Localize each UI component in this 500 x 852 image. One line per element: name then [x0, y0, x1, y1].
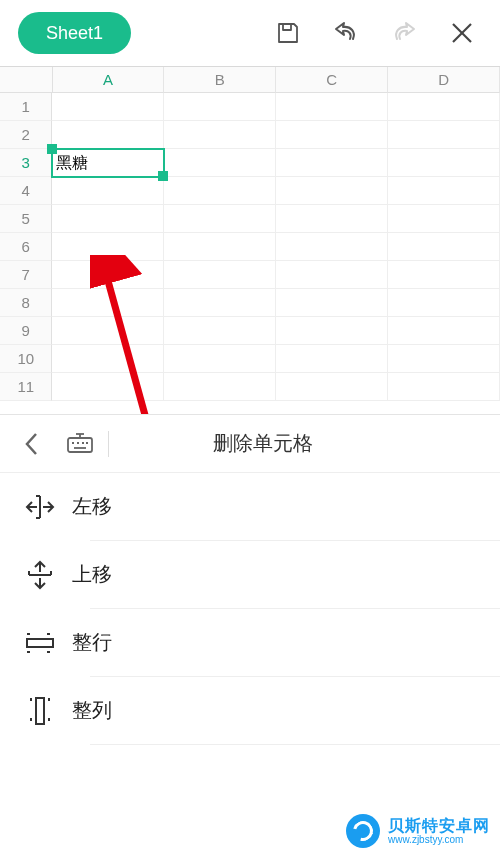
watermark: 贝斯特安卓网 www.zjbstyy.com: [346, 814, 490, 848]
toolbar: Sheet1: [0, 0, 500, 66]
svg-rect-21: [27, 639, 53, 647]
cell[interactable]: [388, 289, 500, 317]
option-label: 整列: [72, 697, 112, 724]
cell[interactable]: [276, 345, 388, 373]
shift-left-icon: [25, 493, 55, 521]
chevron-left-icon: [22, 430, 42, 458]
close-button[interactable]: [438, 9, 486, 57]
cell[interactable]: [388, 317, 500, 345]
option-entire-col[interactable]: 整列: [18, 677, 500, 744]
cell[interactable]: [276, 177, 388, 205]
panel-title: 删除单元格: [113, 430, 492, 457]
save-button[interactable]: [264, 9, 312, 57]
row-header[interactable]: 3: [0, 149, 52, 177]
cell[interactable]: [388, 205, 500, 233]
watermark-url: www.zjbstyy.com: [388, 834, 490, 845]
spreadsheet-grid[interactable]: A B C D 1 2 3 黑糖 4 5 6 7 8 9 10 11: [0, 66, 500, 404]
cell[interactable]: [164, 345, 276, 373]
cell[interactable]: [164, 177, 276, 205]
cell[interactable]: [276, 93, 388, 121]
cell[interactable]: [164, 261, 276, 289]
option-label: 上移: [72, 561, 112, 588]
cell[interactable]: [388, 149, 500, 177]
panel-header: 删除单元格: [0, 415, 500, 473]
cell[interactable]: [52, 317, 164, 345]
cell[interactable]: [164, 373, 276, 401]
cell[interactable]: [164, 149, 276, 177]
cell-value: 黑糖: [56, 154, 88, 171]
redo-icon: [389, 19, 419, 47]
cell[interactable]: [52, 289, 164, 317]
cell[interactable]: [276, 121, 388, 149]
row-header[interactable]: 8: [0, 289, 52, 317]
cell[interactable]: [276, 373, 388, 401]
option-shift-up[interactable]: 上移: [18, 541, 500, 608]
cell[interactable]: [164, 233, 276, 261]
cell[interactable]: [276, 261, 388, 289]
cell[interactable]: [52, 121, 164, 149]
cell[interactable]: [276, 317, 388, 345]
cell[interactable]: [388, 233, 500, 261]
panel-keyboard-button[interactable]: [56, 420, 104, 468]
row-header[interactable]: 5: [0, 205, 52, 233]
cell[interactable]: [52, 233, 164, 261]
entire-row-icon: [25, 631, 55, 655]
row-header[interactable]: 7: [0, 261, 52, 289]
panel-options: 左移 上移 整行 整列: [0, 473, 500, 745]
shift-up-icon: [26, 560, 54, 590]
close-icon: [449, 20, 475, 46]
cell[interactable]: [388, 261, 500, 289]
cell[interactable]: [52, 345, 164, 373]
undo-button[interactable]: [322, 9, 370, 57]
cell[interactable]: [164, 121, 276, 149]
cell[interactable]: [164, 317, 276, 345]
row-header[interactable]: 9: [0, 317, 52, 345]
col-header-b[interactable]: B: [164, 67, 276, 93]
cell[interactable]: [52, 261, 164, 289]
svg-rect-3: [68, 438, 92, 452]
cell[interactable]: [52, 177, 164, 205]
selection-handle-tl[interactable]: [47, 144, 57, 154]
cell[interactable]: [52, 93, 164, 121]
option-shift-left[interactable]: 左移: [18, 473, 500, 540]
selection-handle-br[interactable]: [158, 171, 168, 181]
grid-corner[interactable]: [0, 67, 53, 93]
cell[interactable]: [388, 93, 500, 121]
cell[interactable]: [52, 205, 164, 233]
cell[interactable]: [388, 121, 500, 149]
row-header[interactable]: 11: [0, 373, 52, 401]
watermark-logo-icon: [346, 814, 380, 848]
option-label: 左移: [72, 493, 112, 520]
col-header-c[interactable]: C: [276, 67, 388, 93]
row-header[interactable]: 10: [0, 345, 52, 373]
cell[interactable]: [164, 205, 276, 233]
save-icon: [275, 20, 301, 46]
col-header-d[interactable]: D: [388, 67, 500, 93]
watermark-name: 贝斯特安卓网: [388, 817, 490, 835]
cell[interactable]: [388, 373, 500, 401]
option-entire-row[interactable]: 整行: [18, 609, 500, 676]
keyboard-icon: [66, 432, 94, 456]
entire-col-icon: [28, 696, 52, 726]
cell[interactable]: [388, 177, 500, 205]
row-header[interactable]: 6: [0, 233, 52, 261]
sheet-tab[interactable]: Sheet1: [18, 12, 131, 54]
cell[interactable]: [276, 149, 388, 177]
cell[interactable]: [164, 289, 276, 317]
undo-icon: [331, 19, 361, 47]
cell[interactable]: [164, 93, 276, 121]
column-headers: A B C D: [0, 67, 500, 93]
cell[interactable]: [276, 205, 388, 233]
cell[interactable]: [276, 233, 388, 261]
cell[interactable]: [52, 373, 164, 401]
panel-back-button[interactable]: [8, 420, 56, 468]
row-header[interactable]: 2: [0, 121, 52, 149]
option-label: 整行: [72, 629, 112, 656]
cell-selected[interactable]: 黑糖: [52, 149, 164, 177]
cell[interactable]: [276, 289, 388, 317]
cell[interactable]: [388, 345, 500, 373]
redo-button: [380, 9, 428, 57]
row-header[interactable]: 1: [0, 93, 52, 121]
col-header-a[interactable]: A: [53, 67, 165, 93]
row-header[interactable]: 4: [0, 177, 52, 205]
